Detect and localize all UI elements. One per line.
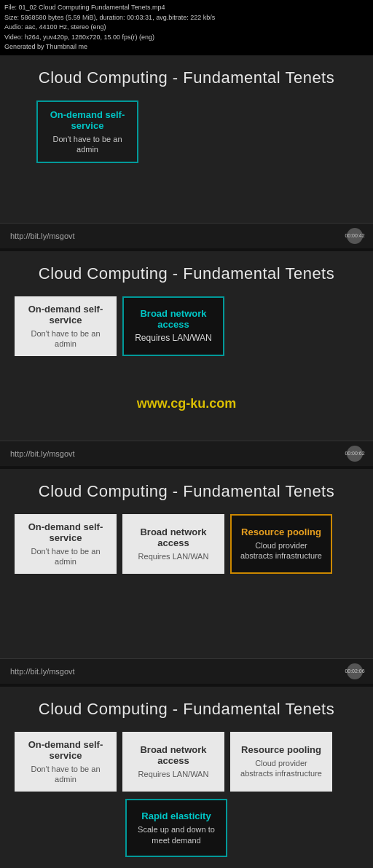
info-line-2: Size: 5868580 bytes (5.59 MiB), duration… — [4, 13, 369, 23]
card-3-resource-pooling-subtitle: Cloud provider abstracts infrastructure — [240, 540, 322, 561]
card-3-broad-network-subtitle: Requires LAN/WAN — [138, 551, 209, 561]
info-line-5: Generated by Thumbnail me — [4, 42, 369, 52]
timestamp-circle-3: 00:02:06 — [347, 663, 363, 679]
card-3-on-demand-subtitle: Don't have to be an admin — [23, 546, 108, 567]
url-1: http://bit.ly/msgovt — [10, 232, 75, 240]
slide-3-cards: On-demand self-service Don't have to be … — [15, 514, 358, 575]
timestamp-circle-2: 00:00:62 — [347, 446, 363, 462]
slide-1: Cloud Computing - Fundamental Tenets On-… — [0, 55, 373, 223]
slide-4-title: Cloud Computing - Fundamental Tenets — [15, 700, 358, 719]
card-4-broad-network: Broad network access Requires LAN/WAN — [122, 732, 224, 792]
card-4-resource-pooling-title: Resource pooling — [241, 744, 321, 755]
timestamp-2: 00:00:62 — [347, 446, 363, 462]
card-3-resource-pooling: Resource pooling Cloud provider abstract… — [230, 514, 332, 575]
slide-2-title: Cloud Computing - Fundamental Tenets — [15, 264, 358, 283]
card-2-on-demand-title: On-demand self-service — [23, 304, 108, 326]
card-3-resource-pooling-title: Resource pooling — [241, 526, 321, 537]
card-4-rapid-elasticity-title: Rapid elasticity — [141, 810, 211, 821]
card-4-on-demand-subtitle: Don't have to be an admin — [23, 764, 108, 785]
slide-4: Cloud Computing - Fundamental Tenets On-… — [0, 687, 373, 869]
slide-2-cards: On-demand self-service Don't have to be … — [15, 296, 358, 357]
card-2-on-demand-subtitle: Don't have to be an admin — [23, 328, 108, 350]
slide-4-cards-row2: Rapid elasticity Scale up and down to me… — [15, 799, 358, 857]
timestamp-3: 00:02:06 — [347, 663, 363, 679]
slide-1-cards: On-demand self-service Don't have to be … — [15, 100, 358, 164]
card-4-resource-pooling: Resource pooling Cloud provider abstract… — [230, 732, 332, 792]
card-4-on-demand: On-demand self-service Don't have to be … — [15, 732, 117, 792]
card-2-broad-network: Broad network access Requires LAN/WAN — [122, 296, 224, 357]
bottom-bar-1: http://bit.ly/msgovt 00:00:42 — [0, 223, 373, 248]
card-2-broad-network-subtitle: Requires LAN/WAN — [135, 333, 212, 344]
watermark-2: www.cg-ku.com — [137, 396, 236, 411]
timestamp-1: 00:00:42 — [347, 228, 363, 244]
card-on-demand: On-demand self-service Don't have to be … — [36, 100, 138, 164]
card-4-broad-network-subtitle: Requires LAN/WAN — [138, 769, 209, 779]
card-4-rapid-elasticity: Rapid elasticity Scale up and down to me… — [125, 799, 227, 857]
slide-2: Cloud Computing - Fundamental Tenets On-… — [0, 251, 373, 441]
info-line-1: File: 01_02 Cloud Computing Fundamental … — [4, 3, 369, 13]
bottom-bar-3: http://bit.ly/msgovt 00:02:06 — [0, 658, 373, 684]
slide-3-title: Cloud Computing - Fundamental Tenets — [15, 482, 358, 501]
card-4-rapid-elasticity-subtitle: Scale up and down to meet demand — [136, 824, 217, 845]
card-4-on-demand-title: On-demand self-service — [23, 739, 108, 761]
card-3-on-demand-title: On-demand self-service — [23, 521, 108, 543]
card-4-resource-pooling-subtitle: Cloud provider abstracts infrastructure — [239, 758, 323, 779]
card-on-demand-title: On-demand self-service — [47, 109, 128, 131]
card-2-broad-network-title: Broad network access — [133, 308, 214, 330]
bottom-bar-2: http://bit.ly/msgovt 00:00:62 — [0, 441, 373, 466]
card-3-on-demand: On-demand self-service Don't have to be … — [15, 514, 117, 575]
info-bar: File: 01_02 Cloud Computing Fundamental … — [0, 0, 373, 55]
card-2-on-demand: On-demand self-service Don't have to be … — [15, 296, 117, 357]
card-4-broad-network-title: Broad network access — [131, 744, 216, 766]
card-on-demand-subtitle: Don't have to be an admin — [47, 134, 128, 155]
timestamp-circle-1: 00:00:42 — [347, 228, 363, 244]
card-3-broad-network-title: Broad network access — [131, 526, 216, 548]
url-2: http://bit.ly/msgovt — [10, 449, 75, 458]
card-3-broad-network: Broad network access Requires LAN/WAN — [122, 514, 224, 575]
url-3: http://bit.ly/msgovt — [10, 667, 75, 676]
slide-3: Cloud Computing - Fundamental Tenets On-… — [0, 469, 373, 658]
slide-1-title: Cloud Computing - Fundamental Tenets — [15, 68, 358, 87]
info-line-4: Video: h264, yuv420p, 1280x720, 15.00 fp… — [4, 33, 369, 43]
slide-4-cards-row1: On-demand self-service Don't have to be … — [15, 732, 358, 792]
info-line-3: Audio: aac, 44100 Hz, stereo (eng) — [4, 23, 369, 33]
